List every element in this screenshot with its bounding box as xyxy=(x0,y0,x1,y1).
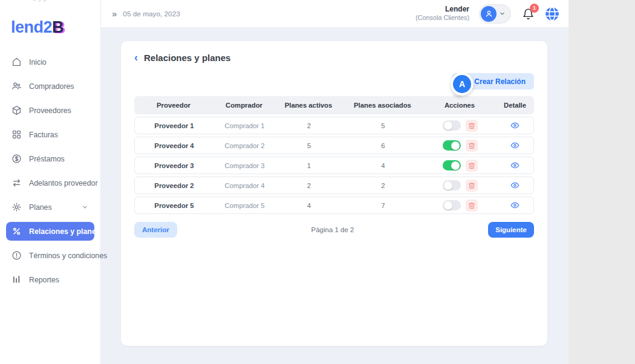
active-toggle[interactable] xyxy=(443,180,461,190)
globe-icon xyxy=(544,6,560,22)
app-window: s y p lend2B Inicio Compradores Proveedo… xyxy=(0,0,568,364)
cell-detalle xyxy=(497,201,533,210)
user-info: Lender (Consola Clientes) xyxy=(415,5,469,22)
pagination: Anterior Página 1 de 2 Siguiente xyxy=(134,222,534,238)
cell-comprador: Comprador 2 xyxy=(213,142,276,149)
cell-comprador: Comprador 1 xyxy=(213,122,276,129)
delete-button[interactable] xyxy=(466,160,478,172)
cell-planes-asociados: 4 xyxy=(342,162,424,169)
brand-logo[interactable]: lend2B xyxy=(0,0,100,37)
sidebar-item-proveedores[interactable]: Proveedores xyxy=(6,101,94,120)
cell-planes-activos: 2 xyxy=(276,182,342,189)
page-status: Página 1 de 2 xyxy=(177,226,489,233)
eye-icon xyxy=(510,161,519,170)
main-content: ‹ Relaciones y planes Crear Relación A P… xyxy=(101,28,568,364)
clipped-top-text: s y p xyxy=(33,0,82,2)
bar-chart-icon xyxy=(11,275,22,285)
cell-acciones xyxy=(424,180,497,192)
sidebar-item-planes[interactable]: Planes xyxy=(6,198,94,216)
grid-icon xyxy=(11,129,22,140)
eye-icon xyxy=(510,181,519,190)
sidebar-item-compradores[interactable]: Compradores xyxy=(6,77,94,96)
annotation-marker-label: A xyxy=(453,75,471,93)
table-body: Proveedor 1 Comprador 1 2 5 Proveedor 4 … xyxy=(134,117,534,214)
active-toggle[interactable] xyxy=(443,160,461,171)
table-row: Proveedor 1 Comprador 1 2 5 xyxy=(134,117,534,134)
sidebar-collapse-icon[interactable]: » xyxy=(112,8,116,19)
active-toggle[interactable] xyxy=(443,140,461,151)
back-icon[interactable]: ‹ xyxy=(134,52,138,63)
cell-proveedor: Proveedor 2 xyxy=(135,182,213,189)
sidebar-item-inicio[interactable]: Inicio xyxy=(6,53,94,71)
sidebar-item-relaciones-y-planes[interactable]: Relaciones y planes xyxy=(6,222,94,241)
view-detail-button[interactable] xyxy=(510,141,519,150)
cell-planes-activos: 4 xyxy=(276,202,342,209)
page-header: ‹ Relaciones y planes xyxy=(134,52,534,63)
cell-acciones xyxy=(424,140,497,152)
sidebar-item-reportes[interactable]: Reportes xyxy=(6,270,94,289)
delete-button[interactable] xyxy=(466,140,478,152)
sidebar-item-facturas[interactable]: Facturas xyxy=(6,125,94,144)
notification-badge: 1 xyxy=(530,4,539,13)
column-header: Planes asociados xyxy=(342,102,423,109)
notifications-button[interactable]: 1 xyxy=(522,7,535,21)
cell-planes-activos: 2 xyxy=(276,122,342,129)
cell-planes-asociados: 5 xyxy=(342,122,424,129)
cell-planes-activos: 1 xyxy=(276,162,342,169)
cell-comprador: Comprador 3 xyxy=(213,162,276,169)
table-row: Proveedor 2 Comprador 4 2 2 xyxy=(134,177,534,194)
sidebar-item-adelantos-proveedor[interactable]: Adelantos proveedor xyxy=(6,174,94,192)
previous-page-button[interactable]: Anterior xyxy=(134,222,177,238)
annotation-marker-a: A xyxy=(451,73,474,96)
current-date: 05 de mayo, 2023 xyxy=(123,10,180,18)
table-row: Proveedor 3 Comprador 3 1 4 xyxy=(134,157,534,174)
view-detail-button[interactable] xyxy=(510,161,519,170)
user-name: Lender xyxy=(415,5,469,14)
trash-icon xyxy=(468,162,475,169)
page-title: Relaciones y planes xyxy=(144,53,230,63)
cell-detalle xyxy=(497,181,533,190)
cell-detalle xyxy=(497,141,533,150)
user-menu-button[interactable] xyxy=(479,4,511,24)
cell-planes-asociados: 6 xyxy=(342,142,424,149)
delete-button[interactable] xyxy=(466,180,478,192)
delete-button[interactable] xyxy=(466,120,478,132)
home-icon xyxy=(11,57,22,68)
active-toggle[interactable] xyxy=(443,120,461,131)
trash-icon xyxy=(468,142,475,149)
cell-acciones xyxy=(424,160,497,172)
cell-detalle xyxy=(497,161,533,170)
sidebar-item-terminos-y-condiciones[interactable]: Términos y condiciones xyxy=(6,246,94,265)
cell-acciones xyxy=(424,200,497,212)
view-detail-button[interactable] xyxy=(510,201,519,210)
eye-icon xyxy=(510,141,519,150)
percent-icon xyxy=(11,226,22,237)
language-button[interactable] xyxy=(544,6,560,22)
cell-proveedor: Proveedor 5 xyxy=(135,202,213,209)
delete-button[interactable] xyxy=(466,200,478,212)
users-icon xyxy=(11,81,22,92)
chevron-down-icon xyxy=(499,10,506,17)
active-toggle[interactable] xyxy=(443,200,461,210)
column-header: Proveedor xyxy=(134,102,213,109)
view-detail-button[interactable] xyxy=(510,121,519,130)
gear-icon xyxy=(11,202,22,213)
column-header: Planes activos xyxy=(275,102,342,109)
eye-icon xyxy=(510,201,519,210)
topbar-right: Lender (Consola Clientes) 1 xyxy=(415,4,560,24)
table-header: ProveedorCompradorPlanes activosPlanes a… xyxy=(134,96,534,114)
create-relation-label: Crear Relación xyxy=(474,77,526,86)
cell-detalle xyxy=(497,121,533,130)
column-header: Detalle xyxy=(496,102,534,109)
sidebar-item-prestamos[interactable]: Préstamos xyxy=(6,149,94,168)
trash-icon xyxy=(468,182,475,189)
column-header: Acciones xyxy=(423,102,496,109)
trash-icon xyxy=(468,122,475,129)
next-page-button[interactable]: Siguiente xyxy=(488,222,534,238)
cell-proveedor: Proveedor 1 xyxy=(135,122,213,129)
sidebar-nav: Inicio Compradores Proveedores Facturas … xyxy=(0,53,100,289)
alert-circle-icon xyxy=(11,250,22,261)
table-row: Proveedor 5 Comprador 5 4 7 xyxy=(134,197,534,214)
avatar xyxy=(481,6,497,22)
view-detail-button[interactable] xyxy=(510,181,519,190)
